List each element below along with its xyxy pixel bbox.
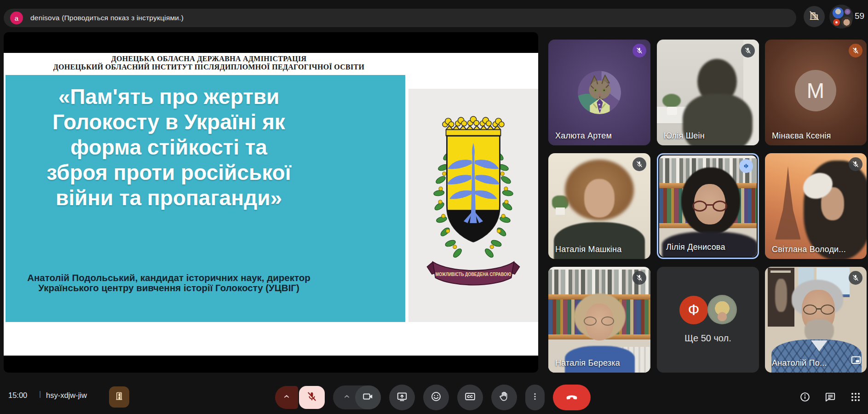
glasses-right-lens <box>821 305 834 315</box>
slide-subtitle: Анатолій Подольський, кандидат історични… <box>10 273 328 293</box>
meeting-panels-toolbar <box>799 391 862 405</box>
apps-grid-icon[interactable] <box>850 391 862 405</box>
overflow-participants-tile[interactable]: Ф Ще 50 чол. <box>657 267 759 373</box>
leave-call-button[interactable] <box>553 385 591 410</box>
cat-avatar-image <box>578 71 621 114</box>
emoji-smile-icon <box>430 391 442 404</box>
slide-header: ДОНЕЦЬКА ОБЛАСНА ДЕРЖАВНА АДМІНІСТРАЦІЯ … <box>4 55 414 71</box>
participant-name: Мінаєва Ксенія <box>772 131 831 141</box>
crown <box>443 116 504 136</box>
status-dot <box>833 19 840 26</box>
avatar-initial: M <box>795 70 836 111</box>
title-line: Голокосту в Україні як <box>10 109 328 135</box>
speaking-indicator-badge <box>739 159 753 173</box>
chat-button[interactable] <box>824 391 836 405</box>
microphone-control-group <box>275 386 325 409</box>
mic-off-badge <box>741 44 755 58</box>
avatar <box>845 9 851 15</box>
glasses-right-lens <box>713 201 727 212</box>
plant <box>662 94 681 108</box>
vertical-dots-icon <box>530 391 540 403</box>
mic-options-button[interactable] <box>275 386 298 409</box>
camera-control-group <box>333 385 381 409</box>
overflow-count-label: Ще 50 чол. <box>657 333 759 344</box>
reactions-button[interactable] <box>423 385 449 410</box>
slide-image-panel: МОЖЛИВІСТЬ ДОВЕДЕНА СПРАВОЮ <box>408 89 538 322</box>
overflow-avatar-initial: Ф <box>679 296 708 324</box>
participant-name: Лілія Денисова <box>666 242 725 252</box>
raised-hand-icon <box>498 391 510 404</box>
participant-name: Наталія Машкіна <box>555 245 621 254</box>
chevron-up-icon <box>282 392 291 403</box>
title-line: «Пам'ять про жертви <box>10 84 328 109</box>
glasses-left-lens <box>803 305 817 315</box>
participant-tile-nataliia-berezka[interactable]: Наталія Березка <box>548 267 650 373</box>
slide: ДОНЕЦЬКА ОБЛАСНА ДЕРЖАВНА АДМІНІСТРАЦІЯ … <box>4 53 538 356</box>
slide-header-line2: ДОНЕЦЬКИЙ ОБЛАСНИЙ ІНСТИТУТ ПІСЛЯДИПЛОМН… <box>4 63 414 71</box>
more-options-button[interactable] <box>525 385 545 410</box>
raise-hand-button[interactable] <box>491 385 517 410</box>
presenter-status-label: denisova (Проводиться показ з інструкція… <box>30 9 184 27</box>
person-face <box>584 179 615 218</box>
slide-title-block: «Пам'ять про жертви Голокосту в Україні … <box>6 75 405 322</box>
glasses-bridge <box>816 308 822 310</box>
participant-tile-khaliuta-artem[interactable]: Халюта Артем <box>548 40 650 145</box>
participant-tile-nataliia-mashkina[interactable]: Наталія Машкіна <box>548 153 650 259</box>
clock-time: 15:00 <box>8 391 27 400</box>
mic-off-badge <box>632 157 646 171</box>
camera-options-button[interactable] <box>337 385 357 409</box>
participant-name: Анатолій По... <box>772 358 827 368</box>
participants-avatar-stack[interactable] <box>829 5 853 29</box>
no-meeting-room-button[interactable] <box>804 6 825 27</box>
camera-button[interactable] <box>355 385 381 409</box>
present-screen-icon <box>396 391 408 404</box>
participant-count: 59 <box>855 11 864 21</box>
meeting-code: hsy-xdjw-jiw <box>46 391 87 400</box>
overflow-avatar-photo <box>707 295 737 324</box>
slide-title: «Пам'ять про жертви Голокосту в Україні … <box>10 84 328 211</box>
participant-name: Наталія Березка <box>555 358 620 368</box>
building-slash-icon <box>808 10 820 23</box>
meeting-room-door-button[interactable] <box>109 386 129 408</box>
mic-off-badge <box>849 157 862 171</box>
participant-tile-liliia-denysova-active-speaker[interactable]: Лілія Денисова <box>657 153 759 259</box>
title-line: війни та пропаганди» <box>10 185 328 211</box>
avatar <box>833 7 844 18</box>
motto-ribbon: МОЖЛИВІСТЬ ДОВЕДЕНА СПРАВОЮ <box>427 262 519 285</box>
video-frame: Лілія Денисова <box>659 155 757 257</box>
plant-pot <box>667 107 677 115</box>
mic-off-badge <box>849 271 862 285</box>
subtitle-line: Українського центру вивчення історії Гол… <box>10 283 328 293</box>
participant-name: Світлана Володи... <box>772 245 846 254</box>
mic-off-badge <box>632 44 646 58</box>
mic-off-icon <box>306 391 318 404</box>
participant-tile-yuliia-shein[interactable]: Юлія Шеін <box>657 40 759 145</box>
picture-in-picture-icon[interactable] <box>850 354 862 368</box>
avatar <box>578 71 621 114</box>
participant-tile-svitlana-volody[interactable]: Світлана Володи... <box>765 153 867 259</box>
donetsk-coat-of-arms: МОЖЛИВІСТЬ ДОВЕДЕНА СПРАВОЮ <box>420 103 526 300</box>
mic-off-badge <box>849 44 862 58</box>
divider: | <box>39 390 41 398</box>
glasses-right-lens <box>601 316 614 326</box>
closed-captions-icon <box>464 391 476 404</box>
captions-button[interactable] <box>457 385 483 410</box>
glasses-bridge <box>707 204 713 206</box>
microphone-muted-button[interactable] <box>299 386 325 409</box>
emblem-motto: МОЖЛИВІСТЬ ДОВЕДЕНА СПРАВОЮ <box>436 272 512 277</box>
participant-tile-minaieva-kseniia[interactable]: M Мінаєва Ксенія <box>765 40 867 145</box>
slide-header-line1: ДОНЕЦЬКА ОБЛАСНА ДЕРЖАВНА АДМІНІСТРАЦІЯ <box>4 55 414 63</box>
participant-name: Халюта Артем <box>555 131 612 141</box>
glasses-left-lens <box>584 316 597 326</box>
door-open-icon <box>114 391 125 403</box>
presenter-avatar: a <box>10 12 23 24</box>
participant-tile-anatolii-po[interactable]: Анатолій По... <box>765 267 867 373</box>
shared-screen-presentation[interactable]: ДОНЕЦЬКА ОБЛАСНА ДЕРЖАВНА АДМІНІСТРАЦІЯ … <box>4 32 538 373</box>
meeting-details-button[interactable] <box>799 391 811 405</box>
mic-off-badge <box>632 271 646 285</box>
present-screen-button[interactable] <box>389 385 415 410</box>
plant-pot <box>556 207 565 215</box>
participant-name: Юлія Шеін <box>664 131 705 141</box>
videocam-icon <box>362 391 374 404</box>
call-end-icon <box>565 390 579 405</box>
